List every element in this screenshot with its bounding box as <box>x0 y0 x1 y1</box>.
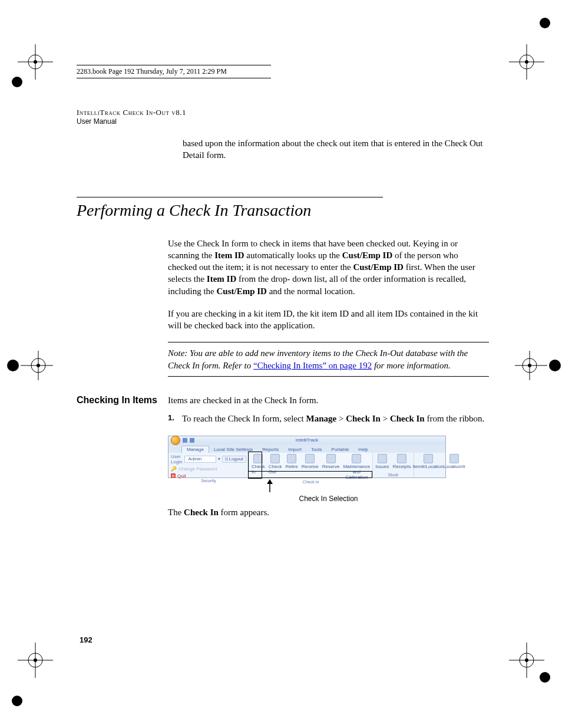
item-location-icon <box>424 454 433 463</box>
crop-mark-tr <box>509 44 550 88</box>
group-security: User Login Admin ▾ ⍈Logout 🔑 Change Pass… <box>168 453 249 477</box>
receive-button[interactable]: Receive <box>302 454 319 469</box>
tab-portable[interactable]: Portable <box>327 446 354 453</box>
receipts-button[interactable]: Receipts <box>392 454 411 469</box>
receive-icon <box>305 454 315 463</box>
section-title: Performing a Check In Transaction <box>77 201 489 220</box>
reg-left <box>6 348 53 386</box>
reg-right <box>515 348 562 386</box>
svg-point-20 <box>7 360 19 371</box>
crop-mark-bl <box>18 643 59 686</box>
key-icon: 🔑 <box>171 466 177 472</box>
receipts-icon <box>397 454 406 463</box>
logout-icon: ⍈ <box>225 456 228 462</box>
group-title-stock: Stock <box>375 473 411 477</box>
book-header: 2283.book Page 192 Thursday, July 7, 201… <box>77 65 271 78</box>
crop-mark-tl <box>18 44 59 88</box>
retire-icon <box>287 454 296 463</box>
paragraph-1: Use the Check In form to check in items … <box>168 238 489 297</box>
tab-import[interactable]: Import <box>283 446 306 453</box>
item-location-button[interactable]: Item#/Location <box>416 454 440 469</box>
note-block: Note: You are able to add new inventory … <box>168 342 489 377</box>
tab-local-site-settings[interactable]: Local Site Settings <box>209 446 257 453</box>
ribbon-tabs: Manage Local Site Settings Reports Impor… <box>168 444 445 453</box>
tab-reports[interactable]: Reports <box>257 446 283 453</box>
location-item-icon <box>449 454 459 463</box>
after-figure-text: The Check In form appears. <box>168 508 489 518</box>
group-last: Item#/Location Location/It <box>414 453 460 477</box>
logout-button[interactable]: ⍈Logout <box>222 456 246 463</box>
product-name: IntelliTrack Check In-Out v8.1 <box>77 108 489 117</box>
reserve-button[interactable]: Reserve <box>322 454 340 469</box>
change-password[interactable]: Change Password <box>178 466 217 472</box>
running-head: IntelliTrack Check In-Out v8.1 User Manu… <box>77 108 489 126</box>
issues-button[interactable]: Issues <box>375 454 389 469</box>
user-login-value[interactable]: Admin <box>184 456 216 463</box>
paragraph-2: If you are checking in a kit item ID, th… <box>168 308 489 332</box>
dot-tr <box>540 18 550 28</box>
check-in-button[interactable]: Check In <box>252 454 265 475</box>
ribbon-titlebar: IntelliTrack <box>168 436 445 444</box>
tab-manage[interactable]: Manage <box>181 446 209 453</box>
retire-button[interactable]: Retire <box>285 454 297 469</box>
user-login-label: User Login <box>171 454 183 465</box>
step-1: 1. To reach the Check In form, select Ma… <box>168 413 489 425</box>
issues-icon <box>378 454 387 463</box>
dot-br <box>540 672 550 683</box>
dot-tl <box>12 77 22 87</box>
app-title: IntelliTrack <box>168 437 445 443</box>
section-rule <box>77 197 383 197</box>
group-stock: Issues Receipts Stock <box>373 453 414 477</box>
group-title-security: Security <box>171 479 246 483</box>
maintenance-button[interactable]: Maintenance and Calibration <box>343 454 370 480</box>
dot-bl <box>12 696 22 706</box>
note-link[interactable]: “Checking In Items” on page 192 <box>253 361 372 370</box>
quit-button[interactable]: Quit <box>177 473 186 479</box>
check-out-button[interactable]: Check Out <box>269 454 282 475</box>
quit-icon: ✕ <box>171 473 176 478</box>
intro-paragraph: based upon the information about the che… <box>183 137 489 162</box>
doc-type: User Manual <box>77 117 489 126</box>
maintenance-icon <box>352 454 361 463</box>
figure-caption: Check In Selection <box>168 495 489 503</box>
side-heading: Checking In Items <box>77 394 168 431</box>
ribbon-figure: IntelliTrack Manage Local Site Settings … <box>168 436 446 478</box>
reserve-icon <box>326 454 336 463</box>
group-check-in: Check In Check Out Retire Receive Reserv… <box>249 453 373 477</box>
svg-point-25 <box>549 360 561 371</box>
tab-tools[interactable]: Tools <box>306 446 327 453</box>
location-item-button[interactable]: Location/It <box>444 454 465 469</box>
page-number: 192 <box>80 635 92 644</box>
lead-sentence: Items are checked in at the Check In for… <box>168 394 489 407</box>
step-number: 1. <box>168 413 182 425</box>
check-in-icon <box>253 454 263 463</box>
check-out-icon <box>270 454 280 463</box>
tab-help[interactable]: Help <box>353 446 372 453</box>
group-title-check-in: Check In <box>252 480 370 485</box>
